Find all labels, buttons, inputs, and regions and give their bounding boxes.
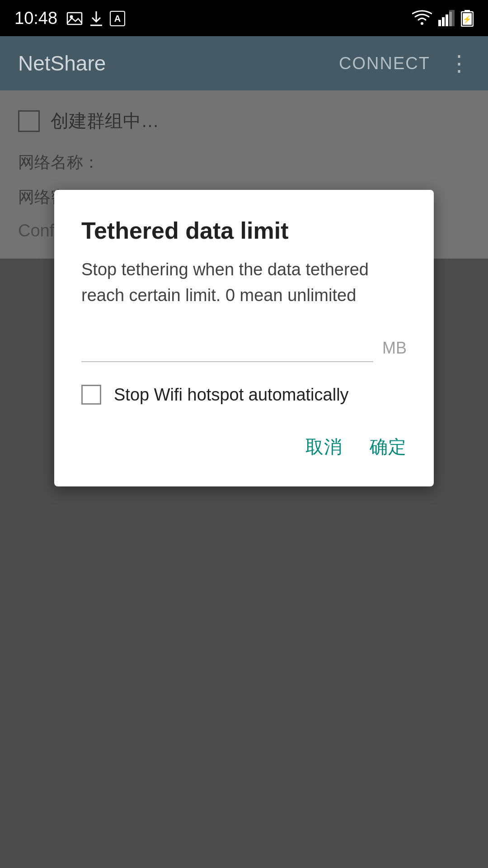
svg-rect-9 [446, 14, 448, 26]
svg-point-6 [421, 22, 423, 25]
data-limit-input[interactable] [81, 334, 373, 362]
auto-stop-checkbox-row: Stop Wifi hotspot automatically [81, 385, 407, 405]
dialog-message: Stop tethering when the data tethered re… [81, 257, 407, 308]
data-limit-input-row: MB [81, 334, 407, 362]
status-icons: A [66, 9, 125, 26]
font-icon: A [110, 10, 125, 26]
image-icon [66, 9, 83, 26]
status-bar: 10:48 A [0, 0, 488, 36]
app-bar-actions: CONNECT ⋮ [339, 51, 470, 76]
svg-text:A: A [114, 14, 121, 24]
download-icon [89, 9, 103, 26]
connect-button[interactable]: CONNECT [339, 54, 430, 73]
auto-stop-label: Stop Wifi hotspot automatically [114, 385, 349, 405]
dialog-overlay: Tethered data limit Stop tethering when … [0, 90, 488, 868]
status-left: 10:48 A [14, 9, 125, 28]
wifi-icon [412, 10, 432, 26]
dialog-actions: 取消 确定 [81, 430, 407, 464]
dialog-title: Tethered data limit [81, 217, 407, 244]
mb-unit-label: MB [382, 339, 407, 362]
svg-rect-13 [465, 10, 470, 12]
svg-marker-11 [449, 10, 455, 26]
app-bar: NetShare CONNECT ⋮ [0, 36, 488, 90]
svg-rect-8 [442, 17, 445, 26]
svg-rect-7 [438, 20, 441, 26]
signal-icon [438, 10, 455, 26]
svg-rect-0 [67, 13, 82, 24]
cancel-button[interactable]: 取消 [305, 430, 343, 464]
confirm-button[interactable]: 确定 [370, 430, 407, 464]
svg-text:⚡: ⚡ [463, 15, 472, 24]
app-title: NetShare [18, 51, 106, 75]
tethered-data-limit-dialog: Tethered data limit Stop tethering when … [54, 190, 434, 486]
battery-icon: ⚡ [461, 9, 474, 27]
auto-stop-checkbox[interactable] [81, 385, 101, 405]
status-right: ⚡ [412, 9, 474, 27]
overflow-menu-icon[interactable]: ⋮ [448, 51, 470, 76]
status-time: 10:48 [14, 9, 57, 28]
